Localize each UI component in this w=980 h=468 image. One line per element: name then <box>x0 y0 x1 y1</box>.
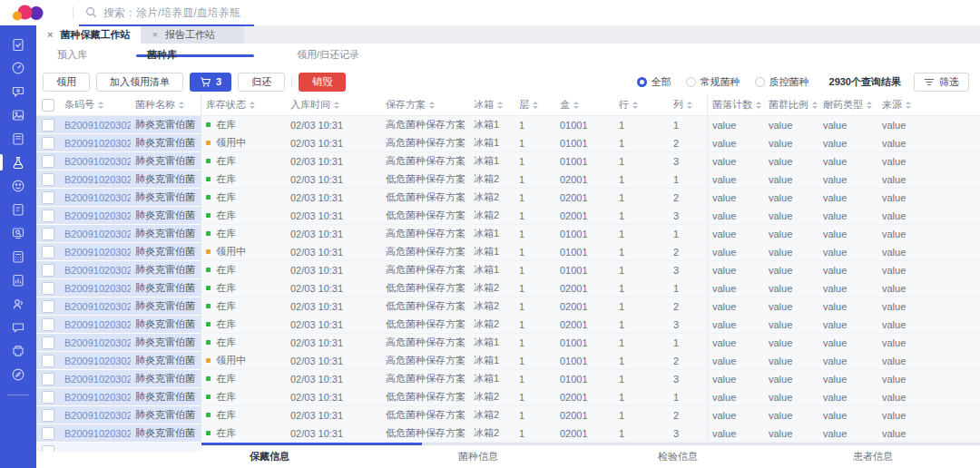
sidebar-item-chat-bubble[interactable] <box>0 316 36 339</box>
sidebar-item-flask[interactable] <box>0 151 36 174</box>
workstation-tab-1[interactable]: ×报告工作站 <box>141 25 244 44</box>
row-checkbox[interactable] <box>42 191 54 204</box>
table-row[interactable]: B200910203021肺炎克雷伯菌在库02/03 10:31高危菌种保存方案… <box>36 261 980 279</box>
row-checkbox[interactable] <box>42 391 54 404</box>
row-checkbox[interactable] <box>42 137 54 150</box>
sidebar-item-monitor-search[interactable] <box>0 221 36 245</box>
subtab-0[interactable]: 预入库 <box>57 48 87 62</box>
sidebar-item-calculator[interactable] <box>0 245 36 268</box>
column-header-barcode[interactable]: 条码号 <box>60 98 131 112</box>
row-checkbox[interactable] <box>42 246 54 258</box>
sidebar-item-gauge[interactable] <box>0 56 36 80</box>
row-checkbox[interactable] <box>42 373 54 385</box>
row-checkbox[interactable] <box>42 210 54 222</box>
table-row[interactable]: B200910203021肺炎克雷伯菌在库02/03 10:31低危菌种保存方案… <box>36 171 980 189</box>
barcode-link[interactable]: B200910203021 <box>60 319 131 330</box>
subtab-1[interactable]: 菌种库 <box>147 48 177 62</box>
sidebar-item-compass[interactable] <box>0 363 36 386</box>
filter-button[interactable]: 筛选 <box>914 73 969 92</box>
footer-tab-3[interactable]: 患者信息 <box>853 450 893 463</box>
barcode-link[interactable]: B200910203021 <box>60 138 131 149</box>
sort-icon[interactable] <box>573 102 579 109</box>
column-header-name[interactable]: 菌种名称 <box>131 98 201 112</box>
barcode-link[interactable]: B200910203021 <box>60 392 131 403</box>
sort-icon[interactable] <box>250 102 255 109</box>
column-header-drug[interactable]: 耐药类型 <box>818 98 877 112</box>
barcode-link[interactable]: B200910203021 <box>60 192 131 203</box>
close-icon[interactable]: × <box>152 30 157 40</box>
sidebar-item-printer[interactable] <box>0 339 36 363</box>
column-header-col[interactable]: 列 <box>669 94 708 115</box>
row-checkbox[interactable] <box>42 282 54 295</box>
column-header-plan[interactable]: 保存方案 <box>381 98 469 112</box>
sidebar-item-chat-settings[interactable] <box>0 80 36 103</box>
row-checkbox[interactable] <box>42 119 54 132</box>
barcode-link[interactable]: B200910203021 <box>60 301 131 312</box>
column-header-count[interactable]: 菌落计数 <box>708 98 764 112</box>
cart-button[interactable]: 3 <box>190 73 231 92</box>
sidebar-item-clipboard-check[interactable] <box>0 33 36 56</box>
table-row[interactable]: B200910203021肺炎克雷伯菌在库02/03 10:31高危菌种保存方案… <box>36 370 980 388</box>
row-checkbox[interactable] <box>42 173 54 186</box>
barcode-link[interactable]: B200910203021 <box>60 374 131 385</box>
barcode-link[interactable]: B200910203021 <box>60 174 131 185</box>
sort-icon[interactable] <box>687 102 692 109</box>
sidebar-item-user-voice[interactable] <box>0 292 36 316</box>
row-checkbox[interactable] <box>42 264 54 277</box>
row-checkbox[interactable] <box>42 336 54 349</box>
table-row[interactable]: B200910203021肺炎克雷伯菌在库02/03 10:31低危菌种保存方案… <box>36 406 980 424</box>
sort-icon[interactable] <box>533 102 538 109</box>
sort-icon[interactable] <box>867 102 872 109</box>
table-row[interactable]: B200910203021肺炎克雷伯菌在库02/03 10:31低危菌种保存方案… <box>36 424 980 443</box>
sort-icon[interactable] <box>497 102 503 109</box>
row-checkbox[interactable] <box>42 445 54 452</box>
column-header-layer[interactable]: 层 <box>514 98 555 112</box>
sidebar-item-palette[interactable] <box>0 174 36 198</box>
sidebar-item-report-chart[interactable] <box>0 268 36 292</box>
row-checkbox[interactable] <box>42 318 54 331</box>
barcode-link[interactable]: B200910203021 <box>60 265 131 276</box>
receive-button[interactable]: 领用 <box>43 73 90 92</box>
column-header-fridge[interactable]: 冰箱 <box>469 98 514 112</box>
return-button[interactable]: 归还 <box>238 73 285 92</box>
table-row[interactable]: B200910203021肺炎克雷伯菌在库02/03 10:31高危菌种保存方案… <box>36 334 980 352</box>
sort-icon[interactable] <box>756 102 761 109</box>
table-row[interactable]: B200910203021肺炎克雷伯菌在库02/03 10:31低危菌种保存方案… <box>36 279 980 297</box>
sidebar-item-archive[interactable] <box>0 127 36 151</box>
table-row[interactable]: B200910203021肺炎克雷伯菌领用中02/03 10:31高危菌种保存方… <box>36 243 980 261</box>
table-row[interactable]: B200910203021肺炎克雷伯菌在库02/03 10:31低危菌种保存方案… <box>36 388 980 406</box>
sort-icon[interactable] <box>632 102 638 109</box>
radio-2[interactable]: 质控菌种 <box>755 75 809 89</box>
footer-tab-1[interactable]: 菌种信息 <box>458 450 498 463</box>
search-input[interactable] <box>102 5 250 20</box>
sort-icon[interactable] <box>812 102 818 109</box>
radio-1[interactable]: 常规菌种 <box>686 75 740 89</box>
table-row[interactable]: B200910203021肺炎克雷伯菌在库02/03 10:31低危菌种保存方案… <box>36 207 980 225</box>
radio-0[interactable]: 全部 <box>637 75 671 89</box>
barcode-link[interactable]: B200910203021 <box>60 410 131 421</box>
column-header-ratio[interactable]: 菌群比例 <box>764 98 818 112</box>
footer-tab-2[interactable]: 检验信息 <box>658 450 698 463</box>
table-row[interactable]: B200910203021肺炎克雷伯菌在库02/03 10:31高危菌种保存方案… <box>36 152 980 171</box>
barcode-link[interactable]: B200910203021 <box>60 247 131 258</box>
row-checkbox[interactable] <box>42 409 54 422</box>
barcode-link[interactable]: B200910203021 <box>60 337 131 348</box>
workstation-tab-0[interactable]: ×菌种保藏工作站 <box>36 25 141 44</box>
sort-icon[interactable] <box>334 102 339 109</box>
barcode-link[interactable]: B200910203021 <box>60 356 131 366</box>
footer-tab-0[interactable]: 保藏信息 <box>250 450 289 463</box>
row-checkbox[interactable] <box>42 155 54 168</box>
column-header-time[interactable]: 入库时间 <box>286 98 381 112</box>
barcode-link[interactable]: B200910203021 <box>60 210 131 221</box>
barcode-link[interactable]: B200910203021 <box>60 428 131 439</box>
table-row[interactable]: B200910203021肺炎克雷伯菌在库02/03 10:31高危菌种保存方案… <box>36 225 980 243</box>
table-row[interactable]: B200910203021肺炎克雷伯菌在库02/03 10:31低危菌种保存方案… <box>36 189 980 207</box>
barcode-link[interactable]: B200910203021 <box>60 120 131 131</box>
add-to-list-button[interactable]: 加入领用清单 <box>96 73 183 92</box>
destroy-button[interactable]: 销毁 <box>299 73 346 92</box>
sort-icon[interactable] <box>98 102 103 109</box>
barcode-link[interactable]: B200910203021 <box>60 283 131 294</box>
table-row[interactable]: B200910203021肺炎克雷伯菌领用中02/03 10:31高危菌种保存方… <box>36 134 980 152</box>
close-icon[interactable]: × <box>47 30 53 40</box>
row-checkbox[interactable] <box>42 228 54 240</box>
